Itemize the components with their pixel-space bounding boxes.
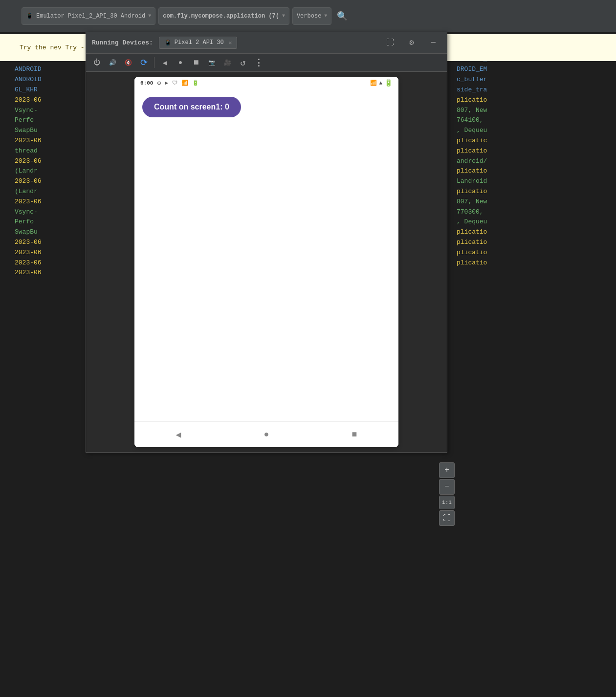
log-line: plicatio [457, 187, 616, 197]
top-toolbar: 📱 Emulator Pixel_2_API_30 Android ▼ com.… [0, 0, 616, 32]
home-btn[interactable]: ● [174, 56, 187, 69]
log-line: Perfo [15, 115, 86, 126]
minimize-button[interactable]: — [425, 35, 441, 50]
log-line: 807, New [457, 197, 616, 207]
log-line: 2023-06 [15, 248, 86, 258]
fit-screen-btn[interactable]: ⛶ [439, 510, 455, 526]
phone-settings-icon: ⚙ [157, 79, 161, 87]
volume-up-btn[interactable]: 🔊 [106, 56, 119, 69]
running-devices-panel: Running Devices: 📱 Pixel 2 API 30 ✕ ⛶ ⚙ … [86, 32, 447, 453]
zoom-ratio-label[interactable]: 1:1 [439, 496, 455, 509]
log-line: 764100, [457, 115, 616, 126]
log-line: 770300, [457, 207, 616, 218]
log-line: 2023-06 [15, 156, 86, 167]
device-dropdown-arrow: ▼ [148, 13, 151, 19]
log-background: 📱 Emulator Pixel_2_API_30 Android ▼ com.… [0, 0, 616, 697]
log-line: GL_KHR [15, 85, 86, 95]
expand-button[interactable]: ⛶ [382, 35, 398, 50]
log-line: (Landr [15, 187, 86, 197]
phone-bars-icon: ▲ [379, 80, 382, 86]
count-button[interactable]: Count on screen1: 0 [142, 97, 241, 117]
volume-down-btn[interactable]: 🔇 [121, 56, 135, 69]
phone-play-icon: ▶ [165, 80, 168, 86]
log-line: plicatic [457, 136, 616, 146]
reset-btn[interactable]: ↺ [236, 56, 250, 69]
running-devices-header: Running Devices: 📱 Pixel 2 API 30 ✕ ⛶ ⚙ … [86, 32, 447, 54]
log-content-left: ANDROIDANDROIDANDROIDANDROIDANDROIDGL_KH… [15, 34, 86, 278]
nav-back-btn[interactable]: ◀ [171, 427, 186, 442]
log-line: plicatio [457, 248, 616, 258]
log-line: 2023-06 [15, 95, 86, 106]
log-line: 2023-06 [15, 176, 86, 187]
phone-status-bar: 6:00 ⚙ ▶ 🛡 📶 🔋 📶 ▲ 🔋 [134, 77, 398, 89]
app-id-arrow: ▼ [282, 13, 285, 19]
log-line: plicatio [457, 95, 616, 106]
log-line: , Dequeu [457, 126, 616, 136]
back-btn[interactable]: ◀ [158, 56, 172, 69]
zoom-controls: + − 1:1 ⛶ [439, 462, 455, 526]
log-line: 2023-06 [15, 136, 86, 146]
log-line: Landroid [457, 176, 616, 187]
record-btn[interactable]: 🎥 [220, 56, 234, 69]
log-line: SwapBu [15, 126, 86, 136]
log-line: thread [15, 146, 86, 156]
recents-stop-btn[interactable]: ⏹ [189, 56, 203, 69]
rotate-device-btn[interactable]: ⟳ [137, 56, 151, 69]
app-id-dropdown[interactable]: com.fly.mycompose.application (7( ▼ [158, 7, 289, 25]
phone-battery2-icon: 🔋 [192, 80, 199, 86]
log-line: 807, New [457, 106, 616, 116]
log-content-right: ANDROIDANDROID_EMANDROID_EMDROID_EMc_buf… [455, 34, 616, 268]
nav-home-btn[interactable]: ● [259, 427, 274, 442]
log-line: side_tra [457, 85, 616, 95]
log-line: 2023-06 [15, 238, 86, 248]
log-line: 2023-06 [15, 197, 86, 207]
screenshot-btn[interactable]: 📷 [205, 56, 219, 69]
log-line: ANDROID [15, 65, 86, 75]
log-line: plicatio [457, 166, 616, 176]
log-line: ANDROID [15, 75, 86, 85]
phone-content: Count on screen1: 0 [134, 89, 398, 421]
log-line: , Dequeu [457, 217, 616, 227]
log-level-dropdown[interactable]: Verbose ▼ [292, 7, 331, 25]
more-options-btn[interactable]: ⋮ [252, 56, 265, 69]
device-dropdown[interactable]: 📱 Emulator Pixel_2_API_30 Android ▼ [22, 7, 155, 25]
phone-signal-icon: 📶 [370, 80, 377, 86]
log-line: android/ [457, 156, 616, 167]
running-devices-title: Running Devices: [92, 39, 153, 46]
nav-recents-btn[interactable]: ■ [347, 427, 362, 442]
zoom-out-btn[interactable]: − [439, 479, 455, 495]
log-line: Perfo [15, 217, 86, 227]
log-line: 2023-06 [15, 268, 86, 278]
toolbar-sep-1 [154, 57, 154, 68]
log-line: DROID_EM [457, 65, 616, 75]
power-btn[interactable]: ⏻ [90, 56, 104, 69]
phone-wifi-icon: 📶 [181, 80, 188, 86]
log-line: Vsync- [15, 106, 86, 116]
log-level-arrow: ▼ [324, 13, 327, 19]
zoom-in-btn[interactable]: + [439, 462, 455, 478]
phone-shield-icon: 🛡 [172, 80, 177, 86]
log-line: plicatio [457, 146, 616, 156]
search-button[interactable]: 🔍 [334, 8, 350, 24]
log-line: SwapBu [15, 227, 86, 238]
phone-nav-bar: ◀ ● ■ [134, 421, 398, 447]
log-line: plicatio [457, 238, 616, 248]
phone-battery-icon: 🔋 [384, 79, 393, 87]
device-tab[interactable]: 📱 Pixel 2 API 30 ✕ [159, 37, 237, 49]
log-line: Vsync- [15, 207, 86, 218]
log-line: c_buffer [457, 75, 616, 85]
log-line: (Landr [15, 166, 86, 176]
phone-frame: 6:00 ⚙ ▶ 🛡 📶 🔋 📶 ▲ 🔋 Count o [134, 77, 398, 447]
phone-container: 6:00 ⚙ ▶ 🛡 📶 🔋 📶 ▲ 🔋 Count o [86, 72, 447, 452]
device-tab-close[interactable]: ✕ [229, 40, 232, 46]
gear-button[interactable]: ⚙ [404, 35, 419, 50]
log-line: plicatio [457, 227, 616, 238]
log-line: plicatio [457, 258, 616, 268]
log-line: 2023-06 [15, 258, 86, 268]
phone-time: 6:00 [140, 80, 153, 86]
device-toolbar: ⏻ 🔊 🔇 ⟳ ◀ ● ⏹ 📷 🎥 ↺ ⋮ [86, 54, 447, 72]
